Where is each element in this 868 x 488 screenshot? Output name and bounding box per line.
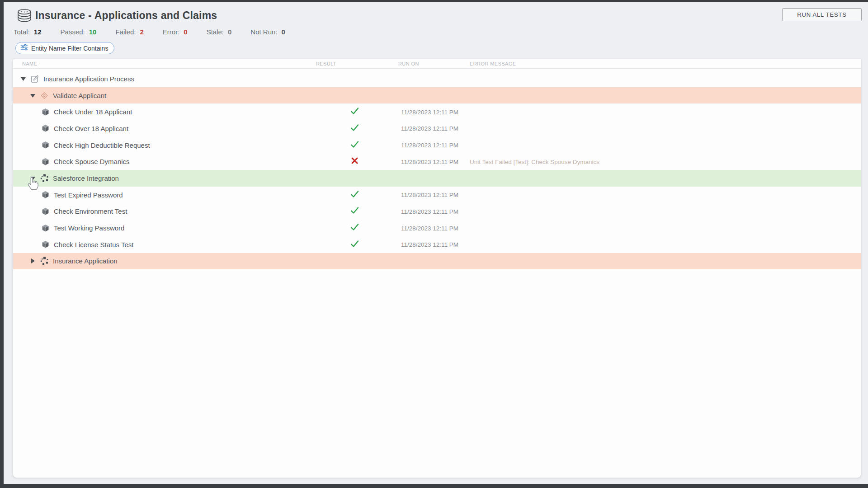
table-row[interactable]: Validate Applicant — [13, 87, 861, 104]
row-error-cell — [466, 257, 861, 265]
unit-test-icon — [41, 124, 50, 132]
column-header-run-on: RUN ON — [398, 61, 466, 66]
expand-toggle-icon[interactable] — [29, 258, 36, 263]
database-icon — [16, 9, 33, 24]
run-on-timestamp: 11/28/2023 12:11 PM — [398, 241, 458, 248]
table-body: Insurance Application Process Validate A… — [13, 69, 861, 269]
frame-edge-left — [0, 0, 4, 488]
row-name-cell: Check Environment Test — [13, 203, 312, 220]
unit-test-icon — [41, 224, 50, 232]
row-label: Check Environment Test — [54, 207, 127, 215]
row-result-cell — [312, 157, 398, 166]
row-error-cell — [466, 240, 861, 249]
row-label: Check Over 18 Applicant — [54, 125, 128, 132]
table-row[interactable]: Test Working Password 11/28/2023 12:11 P… — [13, 220, 861, 236]
test-runner-page: Insurance - Applications and Claims RUN … — [0, 0, 868, 488]
row-run-on-cell: 11/28/2023 12:11 PM — [398, 240, 466, 249]
row-error-cell — [466, 224, 861, 232]
pass-check-icon — [350, 107, 359, 117]
table-row[interactable]: Test Expired Password 11/28/2023 12:11 P… — [13, 187, 861, 203]
row-name-cell: Check License Status Test — [13, 236, 312, 253]
table-row[interactable]: Check Environment Test 11/28/2023 12:11 … — [13, 203, 861, 220]
row-label: Test Expired Password — [54, 191, 123, 199]
row-error-cell — [466, 174, 861, 182]
test-results-panel: NAME RESULT RUN ON ERROR MESSAGE Insuran… — [13, 59, 861, 478]
run-on-timestamp — [398, 258, 401, 265]
table-header: NAME RESULT RUN ON ERROR MESSAGE — [13, 59, 861, 69]
error-message-text — [466, 192, 470, 198]
row-run-on-cell: 11/28/2023 12:11 PM — [398, 191, 466, 199]
row-error-cell — [466, 75, 861, 83]
row-name-cell: Salesforce Integration — [13, 170, 312, 187]
row-result-cell — [312, 124, 398, 133]
table-row[interactable]: Salesforce Integration — [13, 170, 861, 187]
row-error-cell — [466, 207, 861, 216]
expand-toggle-icon[interactable] — [29, 94, 36, 98]
row-name-cell: Test Expired Password — [13, 187, 312, 203]
row-error-cell: Unit Test Failed [Test]: Check Spouse Dy… — [466, 158, 861, 166]
row-label: Check Under 18 Applicant — [54, 108, 132, 116]
table-row[interactable]: Check Over 18 Applicant 11/28/2023 12:11… — [13, 120, 861, 137]
expand-toggle-icon[interactable] — [19, 77, 27, 81]
row-run-on-cell: 11/28/2023 12:11 PM — [398, 108, 466, 116]
row-error-cell — [466, 124, 861, 132]
row-run-on-cell: 11/28/2023 12:11 PM — [398, 158, 466, 166]
run-on-timestamp: 11/28/2023 12:11 PM — [398, 208, 458, 215]
row-name-cell: Check Over 18 Applicant — [13, 120, 312, 137]
table-row[interactable]: Insurance Application — [13, 253, 861, 270]
column-header-error-message: ERROR MESSAGE — [466, 61, 861, 66]
run-on-timestamp — [398, 92, 401, 99]
unit-test-icon — [41, 141, 50, 149]
row-run-on-cell: 11/28/2023 12:11 PM — [398, 124, 466, 132]
row-name-cell: Check Under 18 Applicant — [13, 103, 312, 120]
row-name-cell: Check Spouse Dymanics — [13, 153, 312, 170]
unit-test-icon — [41, 108, 50, 116]
error-message-text — [466, 175, 470, 182]
error-message-text — [466, 125, 470, 132]
unit-test-icon — [41, 207, 50, 216]
row-result-cell — [312, 223, 398, 233]
run-on-timestamp — [398, 75, 401, 82]
table-row[interactable]: Check License Status Test 11/28/2023 12:… — [13, 236, 861, 253]
stat-total: Total: 12 — [14, 28, 42, 36]
error-message-text — [466, 142, 470, 149]
row-result-cell — [312, 206, 398, 216]
stat-error: Error: 0 — [163, 28, 188, 36]
row-label: Check License Status Test — [54, 241, 133, 249]
pass-check-icon — [350, 124, 359, 133]
pass-check-icon — [350, 190, 359, 200]
error-message-text — [466, 109, 470, 116]
error-message-text: Unit Test Failed [Test]: Check Spouse Dy… — [466, 159, 599, 165]
table-row[interactable]: Check High Deductible Request 11/28/2023… — [13, 137, 861, 154]
frame-edge-top — [0, 0, 868, 2]
filter-icon — [20, 43, 28, 53]
stat-failed: Failed: 2 — [115, 28, 143, 36]
row-run-on-cell: 11/28/2023 12:11 PM — [398, 224, 466, 232]
stat-passed: Passed: 10 — [61, 28, 97, 36]
row-label: Insurance Application — [53, 257, 118, 265]
row-result-cell — [312, 141, 398, 150]
row-label: Insurance Application Process — [43, 75, 134, 83]
pass-check-icon — [350, 141, 359, 150]
table-row[interactable]: Insurance Application Process — [13, 70, 861, 87]
row-run-on-cell — [398, 174, 466, 182]
row-name-cell: Insurance Application — [13, 253, 312, 270]
run-all-tests-button[interactable]: RUN ALL TESTS — [782, 8, 862, 21]
row-result-cell — [312, 190, 398, 200]
row-name-cell: Check High Deductible Request — [13, 137, 312, 154]
process-edit-icon — [30, 75, 39, 83]
row-error-cell — [466, 91, 861, 99]
column-header-name: NAME — [13, 61, 312, 66]
table-row[interactable]: Check Under 18 Applicant 11/28/2023 12:1… — [13, 103, 861, 120]
row-label: Test Working Password — [54, 224, 124, 232]
decision-icon — [40, 91, 49, 100]
row-result-cell — [312, 240, 398, 249]
row-run-on-cell — [398, 257, 466, 265]
row-error-cell — [466, 191, 861, 199]
run-on-timestamp: 11/28/2023 12:11 PM — [398, 109, 458, 116]
table-row[interactable]: Check Spouse Dymanics 11/28/2023 12:11 P… — [13, 153, 861, 170]
entity-name-filter-chip[interactable]: Entity Name Filter Contains — [15, 42, 114, 54]
expand-toggle-icon[interactable] — [29, 176, 36, 180]
frame-edge-bottom — [0, 484, 868, 488]
fail-x-icon — [351, 157, 359, 166]
